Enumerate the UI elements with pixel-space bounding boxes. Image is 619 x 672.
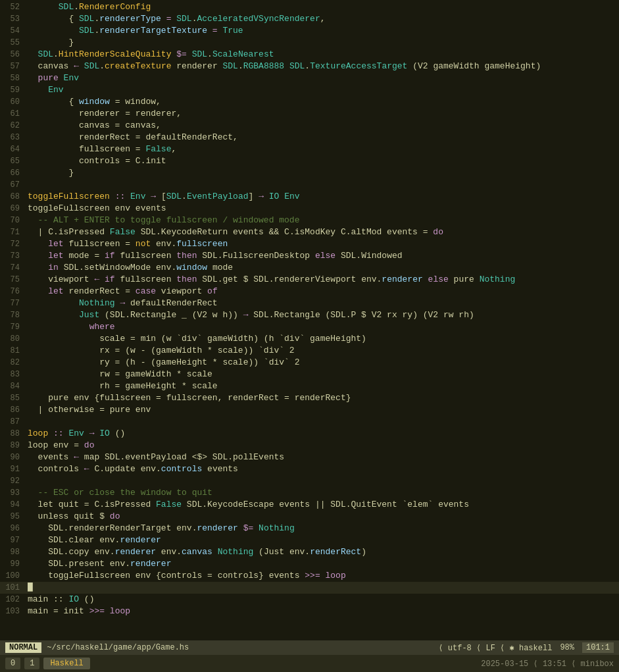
line-number: 57 <box>0 61 25 72</box>
code-line-63: 63 renderRect = defaultRenderRect, <box>0 132 619 143</box>
code-line-93: 93 -- ESC or close the window to quit <box>0 487 619 499</box>
code-line-67: 67 <box>0 179 619 191</box>
code-line-82: 82 ry = (h - (gameHeight * scale)) `div`… <box>0 357 619 369</box>
file-path: ~/src/haskell/game/app/Game.hs <box>47 643 189 652</box>
code-line-75: 75 viewport ← if fullscreen then SDL.get… <box>0 274 619 286</box>
line-number: 102 <box>0 594 25 606</box>
line-number: 56 <box>0 49 25 61</box>
line-content: rw = gameWidth * scale <box>25 369 619 380</box>
line-content: renderRect = defaultRenderRect, <box>25 132 619 143</box>
code-line-70: 70 -- ALT + ENTER to toggle fullscreen /… <box>0 215 619 226</box>
line-number: 66 <box>0 167 25 179</box>
code-line-56: 56 SDL.HintRenderScaleQuality $= SDL.Sca… <box>0 49 619 61</box>
line-number: 91 <box>0 463 25 475</box>
line-number: 62 <box>0 120 25 132</box>
line-content: | C.isPressed False SDL.KeycodeReturn ev… <box>25 226 619 238</box>
code-line-69: 69toggleFullscreen env events <box>0 203 619 215</box>
line-number: 65 <box>0 155 25 167</box>
code-line-95: 95 unless quit $ do <box>0 511 619 523</box>
line-number: 79 <box>0 321 25 333</box>
line-content: canvas = canvas, <box>25 120 619 132</box>
tab-0[interactable]: 0 <box>5 658 20 669</box>
line-content <box>25 416 619 428</box>
line-number: 98 <box>0 546 25 558</box>
line-content: SDL.rendererRenderTarget env.renderer $=… <box>25 523 619 534</box>
line-number: 70 <box>0 215 25 226</box>
line-content: █ <box>25 582 619 594</box>
line-content: Just (SDL.Rectangle _ (V2 w h)) → SDL.Re… <box>25 309 619 321</box>
line-number: 92 <box>0 475 25 487</box>
code-line-83: 83 rw = gameWidth * scale <box>0 369 619 380</box>
status-right: ⟨ utf-8 ⟨ LF ⟨ ✱ haskell 98% 101:1 <box>438 642 614 653</box>
line-content: in SDL.setWindowMode env.window mode <box>25 262 619 274</box>
line-number: 99 <box>0 558 25 570</box>
line-content: rx = (w - (gameWidth * scale)) `div` 2 <box>25 345 619 357</box>
line-content: loop env = do <box>25 440 619 452</box>
code-line-66: 66 } <box>0 167 619 179</box>
statusbar: NORMAL ~/src/haskell/game/app/Game.hs ⟨ … <box>0 640 619 655</box>
code-line-62: 62 canvas = canvas, <box>0 120 619 132</box>
line-content: main :: IO () <box>25 594 619 606</box>
code-line-55: 55 } <box>0 37 619 49</box>
line-content: SDL.HintRenderScaleQuality $= SDL.ScaleN… <box>25 49 619 61</box>
line-content: fullscreen = False, <box>25 143 619 155</box>
code-line-99: 99 SDL.present env.renderer <box>0 558 619 570</box>
line-content: let renderRect = case viewport of <box>25 286 619 297</box>
line-content: renderer = renderer, <box>25 108 619 120</box>
code-line-81: 81 rx = (w - (gameWidth * scale)) `div` … <box>0 345 619 357</box>
line-content: } <box>25 167 619 179</box>
line-content: SDL.rendererTargetTexture = True <box>25 25 619 37</box>
line-content: SDL.present env.renderer <box>25 558 619 570</box>
line-number: 87 <box>0 416 25 428</box>
line-number: 64 <box>0 143 25 155</box>
line-content: events ← map SDL.eventPayload <$> SDL.po… <box>25 452 619 463</box>
cursor-position: 101:1 <box>582 642 614 653</box>
code-line-85: 85 pure env {fullscreen = fullscreen, re… <box>0 392 619 404</box>
line-number: 103 <box>0 606 25 617</box>
line-content: Nothing → defaultRenderRect <box>25 297 619 309</box>
line-number: 73 <box>0 250 25 262</box>
line-content <box>25 475 619 487</box>
code-line-60: 60 { window = window, <box>0 96 619 108</box>
code-line-54: 54 SDL.rendererTargetTexture = True <box>0 25 619 37</box>
line-number: 76 <box>0 286 25 297</box>
line-number: 85 <box>0 392 25 404</box>
line-number: 53 <box>0 13 25 25</box>
lang-label: Haskell <box>43 658 89 669</box>
code-line-94: 94 let quit = C.isPressed False SDL.Keyc… <box>0 499 619 511</box>
filetype-icon: ✱ <box>510 644 514 653</box>
line-number: 95 <box>0 511 25 523</box>
line-number: 61 <box>0 108 25 120</box>
line-number: 77 <box>0 297 25 309</box>
line-number: 58 <box>0 72 25 84</box>
line-number: 89 <box>0 440 25 452</box>
code-line-90: 90 events ← map SDL.eventPayload <$> SDL… <box>0 452 619 463</box>
line-number: 55 <box>0 37 25 49</box>
line-number: 93 <box>0 487 25 499</box>
line-content: } <box>25 37 619 49</box>
line-content: toggleFullscreen env events <box>25 203 619 215</box>
line-number: 90 <box>0 452 25 463</box>
encoding: ⟨ utf-8 ⟨ LF ⟨ ✱ haskell <box>438 643 552 653</box>
line-content: -- ESC or close the window to quit <box>25 487 619 499</box>
line-content: canvas ← SDL.createTexture renderer SDL.… <box>25 61 619 72</box>
code-line-78: 78 Just (SDL.Rectangle _ (V2 w h)) → SDL… <box>0 309 619 321</box>
tab-1[interactable]: 1 <box>24 658 39 669</box>
code-line-74: 74 in SDL.setWindowMode env.window mode <box>0 262 619 274</box>
line-content: pure Env <box>25 72 619 84</box>
line-number: 63 <box>0 132 25 143</box>
line-content: controls = C.init <box>25 155 619 167</box>
code-editor: 52 SDL.RendererConfig53 { SDL.rendererTy… <box>0 0 619 640</box>
code-line-61: 61 renderer = renderer, <box>0 108 619 120</box>
code-line-96: 96 SDL.rendererRenderTarget env.renderer… <box>0 523 619 534</box>
line-content: loop :: Env → IO () <box>25 428 619 440</box>
line-content: -- ALT + ENTER to toggle fullscreen / wi… <box>25 215 619 226</box>
percent: 98% <box>560 643 574 652</box>
line-number: 80 <box>0 333 25 345</box>
code-line-71: 71 | C.isPressed False SDL.KeycodeReturn… <box>0 226 619 238</box>
line-content: main = init >>= loop <box>25 606 619 617</box>
line-content: where <box>25 321 619 333</box>
line-content: SDL.clear env.renderer <box>25 534 619 546</box>
code-line-57: 57 canvas ← SDL.createTexture renderer S… <box>0 61 619 72</box>
code-line-84: 84 rh = gameHeight * scale <box>0 380 619 392</box>
